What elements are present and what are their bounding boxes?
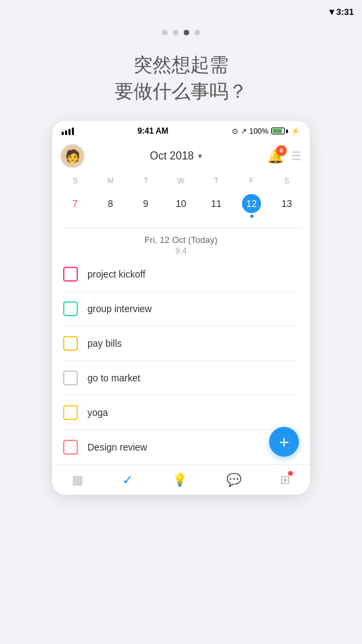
calendar-nav-icon: ▦ bbox=[72, 472, 83, 487]
cal-day-8[interactable]: 8 bbox=[93, 190, 128, 222]
month-selector[interactable]: Oct 2018 ▾ bbox=[150, 150, 202, 162]
plus-icon: + bbox=[279, 432, 289, 453]
ideas-nav-icon: 💡 bbox=[172, 472, 187, 487]
task-checkbox-3[interactable] bbox=[63, 336, 78, 351]
inner-status-bar: 9:41 AM ⊙ ↗ 100% ⚡ bbox=[52, 121, 310, 138]
task-item-6[interactable]: Design review bbox=[63, 430, 299, 464]
outer-time: 3:31 bbox=[336, 7, 354, 17]
nav-tasks[interactable]: ✓ bbox=[122, 472, 134, 488]
inner-time: 9:41 AM bbox=[138, 126, 169, 136]
task-item-3[interactable]: pay bills bbox=[63, 326, 299, 361]
cal-day-11[interactable]: 11 bbox=[199, 190, 234, 222]
day-header-s2: S bbox=[269, 174, 304, 187]
chat-nav-icon: 💬 bbox=[226, 472, 241, 487]
cal-day-7[interactable]: 7 bbox=[58, 190, 93, 222]
cal-day-10[interactable]: 10 bbox=[163, 190, 199, 222]
nav-chat[interactable]: 💬 bbox=[226, 472, 241, 487]
charge-icon: ⚡ bbox=[291, 127, 300, 136]
tasks-nav-icon: ✓ bbox=[122, 472, 134, 488]
task-item-2[interactable]: group interview bbox=[63, 292, 299, 326]
dot-1 bbox=[162, 30, 167, 35]
header-right: 🔔 6 ☰ bbox=[267, 148, 302, 164]
task-item-4[interactable]: go to market bbox=[63, 361, 299, 396]
task-label-5: yoga bbox=[87, 407, 108, 418]
list-icon[interactable]: ☰ bbox=[291, 149, 302, 164]
task-checkbox-2[interactable] bbox=[63, 301, 78, 316]
today-dot bbox=[250, 214, 254, 218]
date-score: 9.4 bbox=[52, 246, 310, 256]
wifi-icon: ▼ bbox=[327, 7, 336, 17]
task-label-3: pay bills bbox=[87, 338, 122, 349]
date-text: Fri, 12 Oct (Today) bbox=[52, 235, 310, 245]
bottom-nav: ▦ ✓ 💡 💬 ⊞ bbox=[52, 464, 310, 495]
task-checkbox-1[interactable] bbox=[63, 267, 78, 282]
nav-ideas[interactable]: 💡 bbox=[172, 472, 187, 487]
cal-day-12-today[interactable]: 12 bbox=[234, 190, 269, 222]
cal-day-13[interactable]: 13 bbox=[269, 190, 304, 222]
status-right-icons: ⊙ ↗ 100% ⚡ bbox=[232, 127, 300, 136]
dot-3 bbox=[184, 30, 189, 35]
day-header-s1: S bbox=[58, 174, 93, 187]
task-checkbox-4[interactable] bbox=[63, 371, 78, 385]
page-dots bbox=[162, 30, 200, 35]
task-label-4: go to market bbox=[87, 373, 140, 383]
calendar-header: 🧑 Oct 2018 ▾ 🔔 6 ☰ bbox=[52, 138, 310, 174]
calendar-week-row: 7 8 9 10 11 12 13 bbox=[58, 190, 304, 222]
chevron-down-icon: ▾ bbox=[198, 151, 202, 161]
day-header-f: F bbox=[234, 174, 269, 187]
battery-icon bbox=[271, 128, 288, 134]
day-headers: S M T W T F S bbox=[58, 174, 304, 187]
month-label: Oct 2018 bbox=[150, 150, 194, 162]
signal-arrow-icon: ↗ bbox=[241, 127, 247, 136]
nav-grid-dot bbox=[288, 471, 293, 476]
task-checkbox-5[interactable] bbox=[63, 405, 78, 420]
day-header-t1: T bbox=[128, 174, 163, 187]
title-section: 突然想起需 要做什么事吗？ bbox=[115, 52, 247, 105]
bell-badge: 6 bbox=[276, 145, 287, 156]
day-header-m: M bbox=[93, 174, 128, 187]
nav-calendar[interactable]: ▦ bbox=[72, 472, 83, 487]
day-header-w: W bbox=[163, 174, 199, 187]
signal-icon bbox=[62, 128, 74, 135]
nav-grid[interactable]: ⊞ bbox=[280, 472, 290, 487]
day-header-t2: T bbox=[199, 174, 234, 187]
phone-mockup: 9:41 AM ⊙ ↗ 100% ⚡ 🧑 Oct 2018 ▾ 🔔 6 ☰ bbox=[52, 121, 310, 495]
date-label: Fri, 12 Oct (Today) 9.4 bbox=[52, 228, 310, 257]
location-icon: ⊙ bbox=[232, 127, 238, 136]
task-checkbox-6[interactable] bbox=[63, 440, 78, 455]
outer-status-bar: ▼ 3:31 bbox=[0, 0, 362, 19]
dot-4 bbox=[195, 30, 200, 35]
task-item-1[interactable]: project kickoff bbox=[63, 257, 299, 292]
task-label-2: group interview bbox=[87, 303, 152, 314]
bell-container[interactable]: 🔔 6 bbox=[267, 148, 284, 164]
task-item-5[interactable]: yoga bbox=[63, 396, 299, 430]
dot-2 bbox=[173, 30, 178, 35]
task-label-6: Design review bbox=[87, 442, 147, 453]
battery-percent: 100% bbox=[249, 127, 268, 135]
calendar-grid: S M T W T F S 7 8 9 10 11 12 bbox=[52, 174, 310, 227]
title-line2: 要做什么事吗？ bbox=[115, 81, 247, 102]
task-label-1: project kickoff bbox=[87, 269, 145, 280]
title-line1: 突然想起需 bbox=[134, 54, 228, 75]
cal-day-9[interactable]: 9 bbox=[128, 190, 163, 222]
avatar[interactable]: 🧑 bbox=[60, 144, 85, 168]
